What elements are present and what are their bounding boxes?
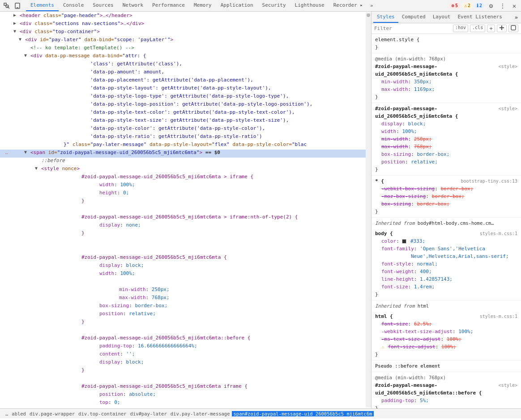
tab-computed[interactable]: Computed bbox=[398, 12, 429, 23]
html-line[interactable]: } bbox=[0, 198, 366, 206]
tab-recorder[interactable]: Recorder ▸ bbox=[329, 0, 367, 11]
breadcrumb-item-pay-later-message[interactable]: div.pay-later-message bbox=[169, 411, 232, 416]
expand-arrow[interactable]: ▼ bbox=[19, 37, 25, 42]
expand-arrow[interactable]: ▼ bbox=[24, 53, 30, 58]
breadcrumb-item-pay-later[interactable]: div#pay-later bbox=[128, 411, 169, 416]
info-badge[interactable]: ℹ 2 bbox=[474, 3, 484, 9]
new-rule-button[interactable] bbox=[497, 25, 507, 32]
html-line[interactable]: ▼ <div class="top-container"> bbox=[0, 29, 366, 37]
html-scrollbar[interactable] bbox=[366, 13, 371, 407]
tab-performance[interactable]: Performance bbox=[148, 0, 189, 11]
tab-sources[interactable]: Sources bbox=[88, 0, 118, 11]
html-line[interactable]: top: 0; bbox=[0, 399, 366, 407]
html-source[interactable]: styles-m.css:1 bbox=[480, 313, 517, 320]
html-line[interactable]: 'data-pp-style-logo-position': getAttrib… bbox=[0, 101, 366, 109]
pseudo-filter-button[interactable]: :hov bbox=[453, 25, 468, 32]
html-line[interactable]: }" class="pay-later-message" data-pp-sty… bbox=[0, 141, 366, 150]
html-line[interactable] bbox=[0, 327, 366, 335]
expand-pane-icon[interactable]: » bbox=[513, 14, 519, 21]
html-line[interactable]: } bbox=[0, 319, 366, 327]
tab-lighthouse[interactable]: Lighthouse bbox=[290, 0, 329, 11]
styles-filter-input[interactable] bbox=[374, 26, 453, 31]
html-line[interactable]: #zoid-paypal-message-uid_260056b5c5_mji6… bbox=[0, 335, 366, 343]
pseudo-source-1[interactable]: <style> bbox=[499, 381, 517, 397]
tab-elements[interactable]: Elements bbox=[26, 0, 59, 11]
html-line[interactable]: 'data-pp-style-ratio': getAttribute('dat… bbox=[0, 133, 366, 141]
html-line[interactable]: <!-- ko template: getTemplate() --> bbox=[0, 45, 366, 53]
more-tabs-button[interactable]: » bbox=[367, 0, 376, 11]
style-source-star[interactable]: bootstrap-tiny.css:13 bbox=[461, 177, 517, 185]
html-line[interactable]: box-sizing: border-box; bbox=[0, 303, 366, 311]
html-line[interactable]: #zoid-paypal-message-uid_260056b5c5_mji6… bbox=[0, 383, 366, 391]
class-filter-button[interactable]: .cls bbox=[470, 25, 485, 32]
settings-icon[interactable]: ⚙ bbox=[486, 1, 496, 11]
html-line[interactable]: display: block; bbox=[0, 262, 366, 270]
expand-arrow[interactable]: ▶ bbox=[13, 13, 20, 17]
breadcrumb-item-abled[interactable]: abled bbox=[10, 411, 28, 416]
tab-event-listeners[interactable]: Event Listeners bbox=[454, 12, 505, 23]
tab-layout[interactable]: Layout bbox=[429, 12, 454, 23]
html-line[interactable]: ▶ <header class="page-header">…</header> bbox=[0, 13, 366, 21]
html-line[interactable]: ▼ <div data-pp-message data-bind="attr: … bbox=[0, 53, 366, 61]
html-line[interactable]: position: absolute; bbox=[0, 391, 366, 399]
html-line[interactable]: padding-top: 16.666666666666664%; bbox=[0, 343, 366, 351]
html-line[interactable]: } bbox=[0, 230, 366, 238]
breadcrumb-item-span-selected[interactable]: span#zoid-paypal-message-uid_260056b5c5_… bbox=[232, 411, 374, 416]
tab-application[interactable]: Application bbox=[216, 0, 258, 11]
html-line[interactable]: ▶ <div class="sections nav-sections">…</… bbox=[0, 21, 366, 29]
html-line[interactable] bbox=[0, 375, 366, 383]
html-line[interactable]: min-width: 250px; bbox=[0, 287, 366, 295]
html-line[interactable] bbox=[0, 238, 366, 246]
breadcrumb-item-top-container[interactable]: div.top-container bbox=[77, 411, 128, 416]
more-options-icon[interactable]: ⋮ bbox=[498, 1, 508, 11]
html-line[interactable]: 'data-pp-style-layout': getAttribute('da… bbox=[0, 85, 366, 93]
expand-arrow[interactable]: ▼ bbox=[35, 166, 41, 171]
html-line[interactable]: } bbox=[0, 367, 366, 375]
expand-arrow[interactable]: ▶ bbox=[13, 21, 20, 26]
html-content[interactable]: ▶ <header class="page-header">…</header>… bbox=[0, 12, 371, 408]
style-source-1[interactable]: <style> bbox=[499, 63, 517, 78]
html-line[interactable] bbox=[0, 246, 366, 254]
html-line[interactable]: 'data-pp-style-text-color': getAttribute… bbox=[0, 109, 366, 117]
inspect-icon[interactable] bbox=[2, 1, 12, 11]
breakpoint-gutter[interactable]: … bbox=[2, 150, 10, 155]
html-line[interactable]: height: 0; bbox=[0, 190, 366, 198]
body-source[interactable]: styles-m.css:1 bbox=[480, 230, 517, 237]
style-source-2[interactable]: <style> bbox=[499, 105, 517, 120]
html-line[interactable]: width: 100%; bbox=[0, 270, 366, 279]
html-line[interactable]: 'data-pp-amount': amount, bbox=[0, 69, 366, 77]
html-line[interactable]: max-width: 768px; bbox=[0, 295, 366, 303]
html-line[interactable]: 'data-pp-placement': getAttribute('data-… bbox=[0, 77, 366, 85]
styles-content[interactable]: element.style { } @media (min-width: 768… bbox=[372, 34, 521, 408]
html-line[interactable]: 'data-pp-style-color': getAttribute('dat… bbox=[0, 125, 366, 133]
html-line[interactable] bbox=[0, 279, 366, 287]
html-line[interactable]: 'data-pp-style-text-size': getAttribute(… bbox=[0, 117, 366, 125]
html-line[interactable]: 'data-pp-style-logo-type': getAttribute(… bbox=[0, 93, 366, 101]
html-line[interactable]: display: block; bbox=[0, 359, 366, 367]
html-tree[interactable]: ▶ <header class="page-header">…</header>… bbox=[0, 13, 366, 407]
html-line[interactable]: content: ''; bbox=[0, 351, 366, 359]
html-line[interactable]: #zoid-paypal-message-uid_260056b5c5_mji6… bbox=[0, 214, 366, 222]
html-line[interactable]: width: 100%; bbox=[0, 182, 366, 190]
expand-arrow[interactable]: ▼ bbox=[13, 29, 20, 34]
add-style-button[interactable]: + bbox=[487, 25, 495, 32]
html-line[interactable]: #zoid-paypal-message-uid_260056b5c5_mji6… bbox=[0, 254, 366, 262]
html-line[interactable]: ::before bbox=[0, 158, 366, 166]
tab-console[interactable]: Console bbox=[59, 0, 88, 11]
html-line[interactable]: display: none; bbox=[0, 222, 366, 230]
html-line[interactable] bbox=[0, 206, 366, 214]
breadcrumb-item-ellipsis[interactable]: … bbox=[4, 411, 10, 416]
html-line[interactable]: ▼ <style nonce> bbox=[0, 166, 366, 174]
close-icon[interactable]: ✕ bbox=[509, 1, 519, 11]
tab-network[interactable]: Network bbox=[118, 0, 148, 11]
expand-arrow[interactable]: ▼ bbox=[24, 150, 30, 154]
breadcrumb-item-page-wrapper[interactable]: div.page-wrapper bbox=[28, 411, 77, 416]
tab-security[interactable]: Security bbox=[258, 0, 290, 11]
html-selected-line[interactable]: … ▼ <span id="zoid-paypal-message-uid_26… bbox=[0, 150, 366, 158]
warning-badge[interactable]: ⚠ 2 bbox=[462, 3, 473, 9]
html-line[interactable]: 'class': getAttribute('class'), bbox=[0, 61, 366, 69]
tab-styles[interactable]: Styles bbox=[373, 12, 398, 23]
tab-memory[interactable]: Memory bbox=[189, 0, 216, 11]
device-icon[interactable] bbox=[13, 1, 22, 11]
html-line[interactable]: #zoid-paypal-message-uid_260056b5c5_mji6… bbox=[0, 174, 366, 182]
